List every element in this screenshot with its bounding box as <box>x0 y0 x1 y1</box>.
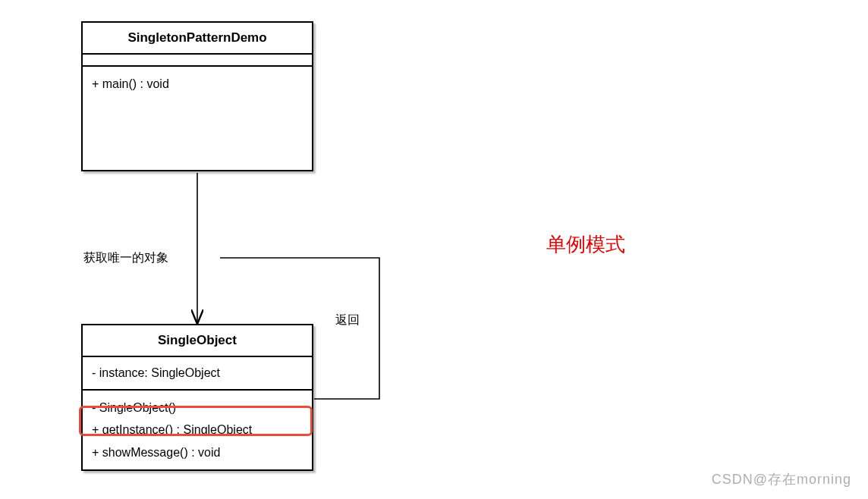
uml-class-demo: SingletonPatternDemo + main() : void <box>81 21 313 171</box>
uml-method: + showMessage() : void <box>92 441 303 464</box>
edge-label-return: 返回 <box>335 312 360 328</box>
uml-method: + getInstance() : SingleObject <box>92 419 303 441</box>
uml-method: - SingleObject() <box>92 397 303 419</box>
watermark: CSDN@存在morning <box>712 470 851 488</box>
uml-method: + main() : void <box>92 73 303 96</box>
uml-methods-section: + main() : void <box>83 67 312 170</box>
uml-methods-section: - SingleObject() + getInstance() : Singl… <box>83 391 312 470</box>
uml-class-title: SingleObject <box>83 325 312 357</box>
uml-class-single: SingleObject - instance: SingleObject - … <box>81 324 313 471</box>
edge-label-acquire: 获取唯一的对象 <box>83 250 168 266</box>
uml-attributes-section: - instance: SingleObject <box>83 357 312 391</box>
uml-attribute: - instance: SingleObject <box>92 362 303 384</box>
uml-attributes-section <box>83 55 312 67</box>
annotation-title: 单例模式 <box>546 231 625 258</box>
uml-class-title: SingletonPatternDemo <box>83 23 312 55</box>
